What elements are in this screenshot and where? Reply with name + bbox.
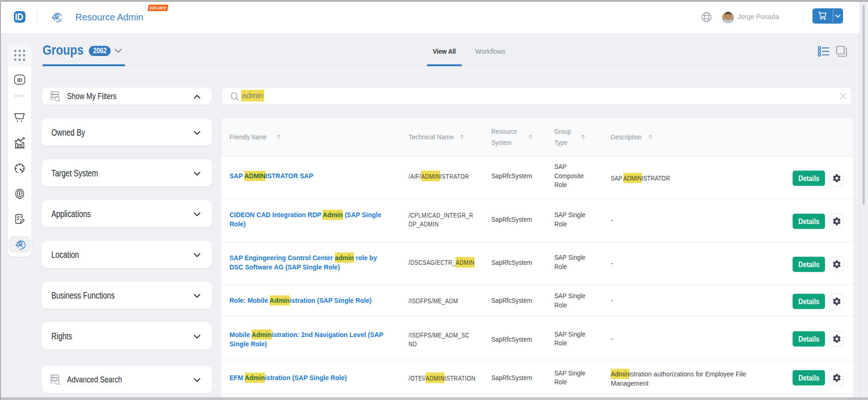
svg-text:ID: ID: [17, 77, 22, 83]
